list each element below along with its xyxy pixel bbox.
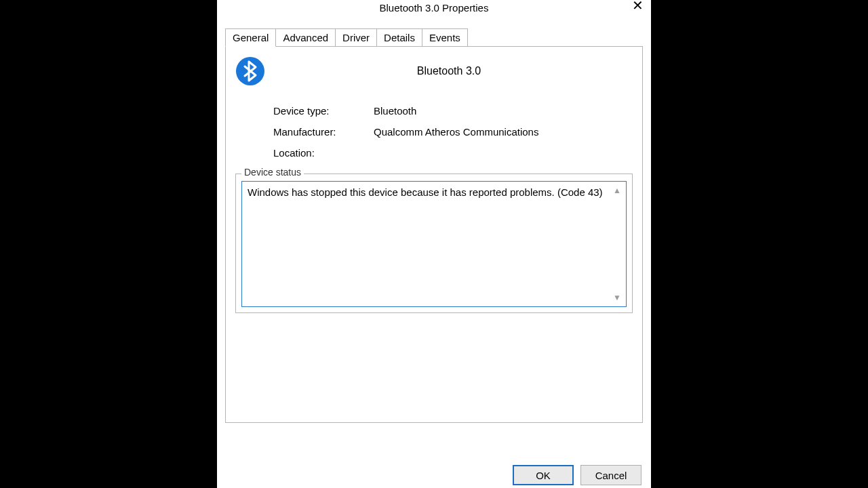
device-name: Bluetooth 3.0 (265, 65, 633, 77)
value-location (374, 147, 633, 159)
scroll-down-icon[interactable]: ▼ (611, 291, 623, 304)
label-location: Location: (273, 147, 374, 159)
close-icon: ✕ (632, 0, 644, 13)
row-location: Location: (273, 147, 633, 159)
device-status-text: Windows has stopped this device because … (248, 186, 603, 198)
ok-button[interactable]: OK (513, 465, 574, 485)
value-device-type: Bluetooth (374, 105, 633, 117)
value-manufacturer: Qualcomm Atheros Communications (374, 126, 633, 138)
label-device-type: Device type: (273, 105, 374, 117)
tab-events[interactable]: Events (422, 28, 468, 46)
titlebar: Bluetooth 3.0 Properties ✕ (217, 0, 651, 19)
row-device-type: Device type: Bluetooth (273, 105, 633, 117)
tabstrip: General Advanced Driver Details Events (225, 28, 643, 46)
tab-advanced[interactable]: Advanced (275, 28, 336, 46)
label-manufacturer: Manufacturer: (273, 126, 374, 138)
scroll-up-icon[interactable]: ▲ (611, 184, 623, 197)
tab-panel-general: Bluetooth 3.0 Device type: Bluetooth Man… (225, 46, 643, 423)
row-manufacturer: Manufacturer: Qualcomm Atheros Communica… (273, 126, 633, 138)
tab-driver[interactable]: Driver (335, 28, 377, 46)
tab-driver-label: Driver (342, 32, 370, 43)
tab-general-label: General (233, 32, 269, 43)
bluetooth-icon (235, 56, 265, 86)
cancel-button[interactable]: Cancel (580, 465, 642, 485)
close-button[interactable]: ✕ (628, 0, 647, 15)
cancel-button-label: Cancel (595, 470, 627, 481)
device-status-textbox[interactable]: Windows has stopped this device because … (241, 181, 627, 307)
tab-details[interactable]: Details (376, 28, 422, 46)
device-header: Bluetooth 3.0 (235, 56, 633, 86)
tab-general[interactable]: General (225, 28, 276, 47)
device-status-legend: Device status (241, 167, 304, 178)
tab-advanced-label: Advanced (283, 32, 328, 43)
ok-button-label: OK (536, 470, 551, 481)
dialog-button-row: OK Cancel (513, 465, 642, 485)
properties-dialog: Bluetooth 3.0 Properties ✕ General Advan… (217, 0, 651, 488)
tab-events-label: Events (429, 32, 460, 43)
tab-details-label: Details (384, 32, 415, 43)
device-status-group: Device status Windows has stopped this d… (235, 174, 633, 313)
window-title: Bluetooth 3.0 Properties (380, 0, 489, 15)
